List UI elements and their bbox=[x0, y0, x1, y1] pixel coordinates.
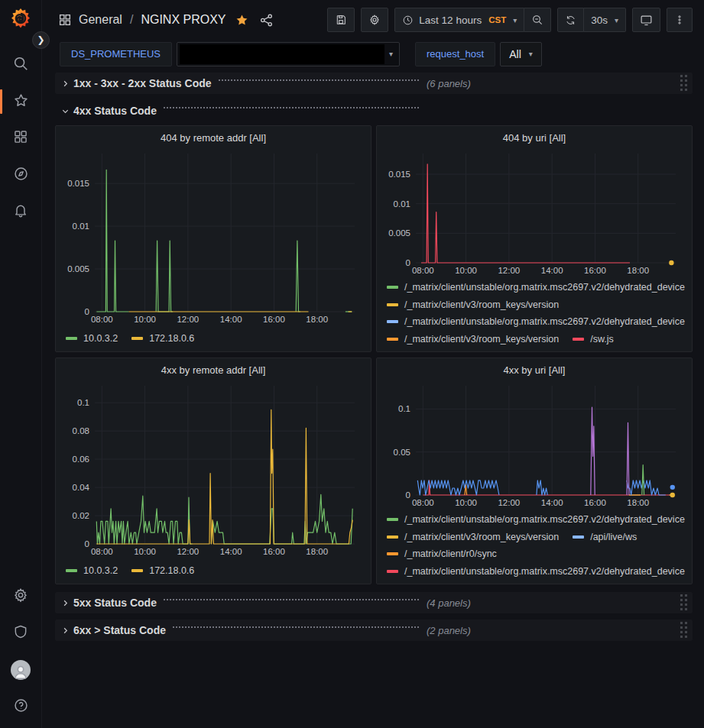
sidebar-item-search[interactable] bbox=[0, 47, 42, 83]
panel-title[interactable]: 404 by remote addr [All] bbox=[63, 130, 364, 147]
legend-item[interactable]: /_matrix/client/v3/room_keys/version bbox=[387, 296, 559, 314]
svg-text:14:00: 14:00 bbox=[220, 315, 242, 324]
sidebar-item-profile[interactable] bbox=[0, 652, 42, 688]
legend-item[interactable]: /_matrix/client/unstable/org.matrix.msc2… bbox=[387, 563, 685, 581]
svg-text:0.02: 0.02 bbox=[73, 511, 89, 520]
sidebar-expand-button[interactable]: ❯ bbox=[32, 31, 50, 49]
svg-text:08:00: 08:00 bbox=[91, 547, 113, 556]
legend-item[interactable]: /sw.js bbox=[573, 331, 614, 348]
variable-value-text: All bbox=[509, 48, 521, 60]
svg-text:16:00: 16:00 bbox=[263, 547, 285, 556]
legend-swatch bbox=[387, 570, 398, 573]
panel-legend: 10.0.3.2172.18.0.6 bbox=[63, 558, 364, 580]
panel-title[interactable]: 404 by uri [All] bbox=[384, 130, 685, 147]
svg-text:10:00: 10:00 bbox=[455, 498, 477, 507]
variable-value-ds-prometheus[interactable]: ▾ bbox=[177, 42, 400, 66]
row-header-4xx[interactable]: 4xx Status Code bbox=[55, 100, 693, 121]
legend-swatch bbox=[573, 338, 584, 341]
legend-item[interactable]: /_matrix/client/r0/sync bbox=[387, 545, 497, 563]
svg-text:0.015: 0.015 bbox=[67, 179, 89, 188]
legend-label: /_matrix/client/unstable/org.matrix.msc2… bbox=[404, 279, 685, 296]
row-title: 6xx > Status Code bbox=[73, 624, 166, 636]
tv-mode-button[interactable] bbox=[632, 8, 660, 32]
svg-text:0: 0 bbox=[85, 539, 89, 548]
row-title: 4xx Status Code bbox=[73, 105, 157, 117]
panel-4xx-by-remote-addr: 4xx by remote addr [All] 08:0010:0012:00… bbox=[55, 358, 371, 584]
variable-label-request-host[interactable]: request_host bbox=[415, 42, 495, 66]
svg-text:12:00: 12:00 bbox=[498, 498, 520, 507]
row-panel-count: (2 panels) bbox=[427, 625, 471, 636]
legend-item[interactable]: /_matrix/client/unstable/org.matrix.msc2… bbox=[387, 511, 685, 529]
svg-text:0.06: 0.06 bbox=[73, 455, 89, 464]
svg-text:0.08: 0.08 bbox=[73, 426, 89, 435]
row-drag-handle[interactable] bbox=[680, 75, 688, 92]
variable-value-request-host[interactable]: All ▾ bbox=[500, 42, 542, 66]
legend-item[interactable]: /api/live/ws bbox=[573, 529, 637, 546]
monitor-icon bbox=[640, 14, 653, 27]
sidebar-item-dashboards[interactable] bbox=[0, 120, 42, 157]
row-drag-handle[interactable] bbox=[680, 594, 688, 611]
timeseries-chart[interactable]: 08:0010:0012:0014:0016:0018:0000.050.1 bbox=[384, 380, 685, 510]
legend-item[interactable]: 10.0.3.2 bbox=[66, 561, 118, 580]
refresh-button[interactable] bbox=[557, 8, 584, 32]
timeseries-chart[interactable]: 08:0010:0012:0014:0016:0018:0000.020.040… bbox=[63, 380, 364, 558]
legend-label: 10.0.3.2 bbox=[83, 562, 118, 580]
legend-item[interactable]: /_matrix/client/v3/room_keys/version bbox=[387, 331, 559, 348]
legend-label: 10.0.3.2 bbox=[83, 330, 118, 348]
panel-grid: 404 by remote addr [All] 08:0010:0012:00… bbox=[55, 125, 693, 584]
legend-item[interactable]: /_matrix/client/unstable/org.matrix.msc2… bbox=[387, 313, 685, 331]
legend-item[interactable]: 172.18.0.6 bbox=[131, 561, 194, 580]
favorite-star-button[interactable] bbox=[233, 13, 251, 28]
dashboard-settings-button[interactable] bbox=[361, 8, 388, 32]
time-range-picker[interactable]: Last 12 hours CST ▾ bbox=[394, 8, 524, 32]
zoom-out-time-button[interactable] bbox=[524, 8, 551, 32]
kebab-menu-button[interactable] bbox=[667, 8, 693, 32]
breadcrumb-section[interactable]: General bbox=[79, 13, 122, 27]
svg-text:08:00: 08:00 bbox=[412, 266, 434, 275]
row-header-5xx[interactable]: 5xx Status Code (4 panels) bbox=[55, 592, 693, 613]
dashboard-title[interactable]: NGINX PROXY bbox=[141, 13, 225, 27]
legend-item[interactable]: 172.18.0.6 bbox=[131, 329, 194, 348]
legend-label: /_matrix/client/unstable/org.matrix.msc2… bbox=[404, 563, 685, 581]
variables-bar: DS_PROMETHEUS ▾ request_host All ▾ bbox=[42, 40, 704, 73]
sidebar-item-explore[interactable] bbox=[0, 157, 42, 193]
legend-swatch bbox=[387, 338, 398, 341]
row-header-6xx[interactable]: 6xx > Status Code (2 panels) bbox=[55, 620, 693, 641]
legend-swatch bbox=[66, 337, 77, 340]
svg-text:0: 0 bbox=[85, 307, 89, 316]
share-icon[interactable] bbox=[258, 13, 275, 28]
help-icon bbox=[13, 697, 29, 717]
sidebar-item-alerting[interactable] bbox=[0, 193, 42, 230]
panel-legend: /_matrix/client/unstable/org.matrix.msc2… bbox=[384, 510, 685, 580]
breadcrumb: General / NGINX PROXY bbox=[58, 13, 275, 28]
svg-text:16:00: 16:00 bbox=[584, 498, 606, 507]
chevron-down-icon: ▾ bbox=[389, 50, 393, 58]
row-drag-handle[interactable] bbox=[680, 622, 688, 639]
panel-title[interactable]: 4xx by remote addr [All] bbox=[63, 362, 364, 380]
variable-label-ds-prometheus[interactable]: DS_PROMETHEUS bbox=[60, 42, 172, 66]
row-panel-count: (6 panels) bbox=[427, 78, 471, 89]
row-header-1xx-3xx-2xx[interactable]: 1xx - 3xx - 2xx Status Code (6 panels) bbox=[55, 73, 693, 94]
grafana-logo[interactable] bbox=[9, 7, 32, 30]
sidebar-item-server-admin[interactable] bbox=[0, 615, 42, 652]
sidebar-item-help[interactable] bbox=[0, 688, 42, 725]
save-dashboard-button[interactable] bbox=[327, 8, 355, 32]
row-dotted-fill bbox=[164, 599, 419, 600]
panel-title[interactable]: 4xx by uri [All] bbox=[384, 362, 685, 380]
refresh-interval-picker[interactable]: 30s ▾ bbox=[584, 8, 626, 32]
legend-item[interactable]: /_matrix/client/v3/room_keys/version bbox=[387, 529, 559, 546]
dashboard-grid-icon[interactable] bbox=[58, 13, 72, 27]
row-dotted-fill bbox=[219, 79, 419, 81]
svg-text:16:00: 16:00 bbox=[584, 266, 606, 275]
sidebar-item-favorites[interactable] bbox=[0, 83, 42, 120]
chevron-down-icon: ▾ bbox=[615, 16, 618, 24]
timeseries-chart[interactable]: 08:0010:0012:0014:0016:0018:0000.0050.01… bbox=[384, 147, 685, 277]
breadcrumb-separator: / bbox=[130, 13, 133, 27]
timeseries-chart[interactable]: 08:0010:0012:0014:0016:0018:0000.0050.01… bbox=[63, 147, 364, 326]
legend-item[interactable]: 10.0.3.2 bbox=[66, 329, 118, 348]
svg-text:12:00: 12:00 bbox=[177, 315, 199, 324]
legend-item[interactable]: /_matrix/client/unstable/org.matrix.msc2… bbox=[387, 279, 685, 296]
left-sidebar: ❯ bbox=[0, 0, 42, 728]
svg-text:0: 0 bbox=[406, 258, 410, 267]
sidebar-item-configuration[interactable] bbox=[0, 578, 42, 615]
